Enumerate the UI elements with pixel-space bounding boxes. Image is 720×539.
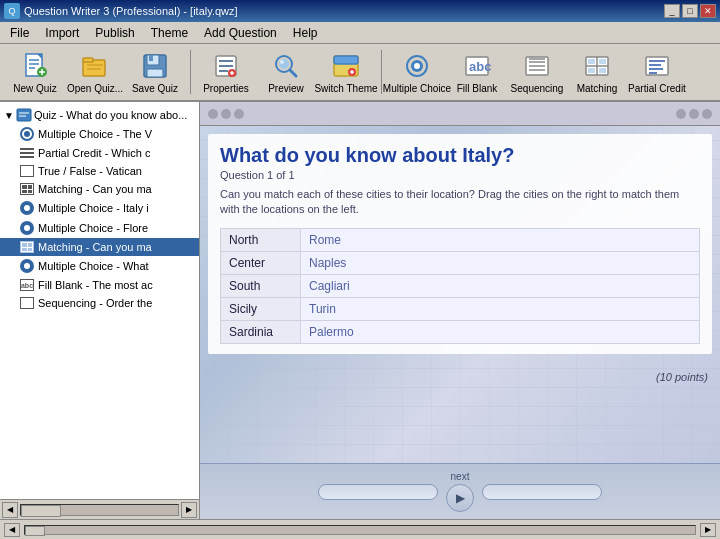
tree-item-mc4[interactable]: Multiple Choice - What xyxy=(0,256,199,276)
fill-blank-icon: abc xyxy=(461,50,493,81)
table-row: Sardinia Palermo xyxy=(221,320,700,343)
scroll-track[interactable] xyxy=(20,504,179,516)
svg-rect-44 xyxy=(599,59,606,64)
open-quiz-icon xyxy=(79,50,111,81)
menu-theme[interactable]: Theme xyxy=(143,24,196,42)
nav-dot xyxy=(689,109,699,119)
status-bar: ◀ ▶ xyxy=(0,519,720,539)
status-thumb xyxy=(25,526,45,536)
nav-dots-left xyxy=(208,109,244,119)
tree-item-label: Fill Blank - The most ac xyxy=(38,279,153,291)
scroll-right-button[interactable]: ▶ xyxy=(181,502,197,518)
preview-icon xyxy=(270,50,302,81)
question-number: Question 1 of 1 xyxy=(220,169,700,181)
progress-track-right xyxy=(482,484,602,500)
status-scroll-right[interactable]: ▶ xyxy=(700,523,716,537)
switch-theme-icon xyxy=(330,50,362,81)
app-icon: Q xyxy=(4,3,20,19)
question-title: What do you know about Italy? xyxy=(220,144,700,167)
partial-credit-icon xyxy=(641,50,673,81)
main-area: ▼ Quiz - What do you know abo... Multipl… xyxy=(0,102,720,519)
preview-button[interactable]: Preview xyxy=(257,47,315,97)
new-quiz-button[interactable]: New Quiz xyxy=(6,47,64,97)
switch-theme-button[interactable]: Switch Theme xyxy=(317,47,375,97)
scroll-left-button[interactable]: ◀ xyxy=(2,502,18,518)
question-description: Can you match each of these cities to th… xyxy=(220,187,700,218)
sequencing-button[interactable]: Sequencing xyxy=(508,47,566,97)
matching-label: Matching xyxy=(577,83,618,94)
sequencing-label: Sequencing xyxy=(511,83,564,94)
status-scroll-left[interactable]: ◀ xyxy=(4,523,20,537)
svg-rect-45 xyxy=(588,68,595,73)
lines-icon xyxy=(20,147,34,159)
tree-item-mc3[interactable]: Multiple Choice - Flore xyxy=(0,218,199,238)
tree-root[interactable]: ▼ Quiz - What do you know abo... xyxy=(0,106,199,124)
svg-rect-46 xyxy=(599,68,606,73)
multiple-choice-button[interactable]: Multiple Choice xyxy=(388,47,446,97)
svg-rect-28 xyxy=(334,56,358,64)
abc-icon: abc xyxy=(20,279,34,291)
tree-item-label: Multiple Choice - The V xyxy=(38,128,152,140)
points-badge: (10 points) xyxy=(656,371,708,383)
save-quiz-icon xyxy=(139,50,171,81)
svg-text:abc: abc xyxy=(469,59,491,74)
menu-file[interactable]: File xyxy=(2,24,37,42)
partial-credit-button[interactable]: Partial Credit xyxy=(628,47,686,97)
tree-item-fb1[interactable]: abc Fill Blank - The most ac xyxy=(0,276,199,294)
close-button[interactable]: ✕ xyxy=(700,4,716,18)
preview-header xyxy=(200,102,720,126)
next-label: next xyxy=(451,471,470,482)
menu-add-question[interactable]: Add Question xyxy=(196,24,285,42)
menu-import[interactable]: Import xyxy=(37,24,87,42)
right-panel: What do you know about Italy? Question 1… xyxy=(200,102,720,519)
nav-dot xyxy=(234,109,244,119)
save-quiz-button[interactable]: Save Quiz xyxy=(126,47,184,97)
grid-icon xyxy=(20,183,34,195)
tree-item-label: Multiple Choice - Italy i xyxy=(38,202,149,214)
properties-label: Properties xyxy=(203,83,249,94)
progress-track xyxy=(318,484,438,500)
table-row: Center Naples xyxy=(221,251,700,274)
matching-table: North Rome Center Naples South Cagliari … xyxy=(220,228,700,344)
next-button[interactable]: ▶ xyxy=(446,484,474,512)
seq-icon xyxy=(20,297,34,309)
tree-item-seq1[interactable]: Sequencing - Order the xyxy=(0,294,199,312)
tree-item-label: Partial Credit - Which c xyxy=(38,147,150,159)
tree-item-mat1[interactable]: Matching - Can you ma xyxy=(0,180,199,198)
city-cell: Palermo xyxy=(301,320,700,343)
tree-item-mc2[interactable]: Multiple Choice - Italy i xyxy=(0,198,199,218)
menu-help[interactable]: Help xyxy=(285,24,326,42)
preview-footer: next ▶ xyxy=(200,463,720,519)
tree-item-pc1[interactable]: Partial Credit - Which c xyxy=(0,144,199,162)
matching-button[interactable]: Matching xyxy=(568,47,626,97)
table-row: North Rome xyxy=(221,228,700,251)
fill-blank-button[interactable]: abc Fill Blank xyxy=(448,47,506,97)
properties-icon xyxy=(210,50,242,81)
window-title: Question Writer 3 (Professional) - [ital… xyxy=(24,5,238,17)
tree-item-mat2[interactable]: Matching - Can you ma xyxy=(0,238,199,256)
menu-publish[interactable]: Publish xyxy=(87,24,142,42)
preview-content: What do you know about Italy? Question 1… xyxy=(200,126,720,463)
svg-point-24 xyxy=(279,59,289,69)
tree-item-tf1[interactable]: True / False - Vatican xyxy=(0,162,199,180)
preview-label: Preview xyxy=(268,83,304,94)
new-quiz-icon xyxy=(19,50,51,81)
svg-rect-15 xyxy=(147,69,163,77)
left-panel: ▼ Quiz - What do you know abo... Multipl… xyxy=(0,102,200,519)
title-controls[interactable]: _ □ ✕ xyxy=(664,4,716,18)
switch-theme-label: Switch Theme xyxy=(314,83,377,94)
horizontal-scrollbar: ◀ ▶ xyxy=(0,499,199,519)
nav-dots-right xyxy=(676,109,712,119)
open-quiz-button[interactable]: Open Quiz... xyxy=(66,47,124,97)
minimize-button[interactable]: _ xyxy=(664,4,680,18)
properties-button[interactable]: Properties xyxy=(197,47,255,97)
grid-icon xyxy=(20,241,34,253)
city-cell: Cagliari xyxy=(301,274,700,297)
open-quiz-label: Open Quiz... xyxy=(67,83,123,94)
tree-container: ▼ Quiz - What do you know abo... Multipl… xyxy=(0,102,199,499)
question-box: What do you know about Italy? Question 1… xyxy=(208,134,712,354)
tree-item-mc1[interactable]: Multiple Choice - The V xyxy=(0,124,199,144)
maximize-button[interactable]: □ xyxy=(682,4,698,18)
mc-icon xyxy=(20,201,34,215)
status-track[interactable] xyxy=(24,525,696,535)
